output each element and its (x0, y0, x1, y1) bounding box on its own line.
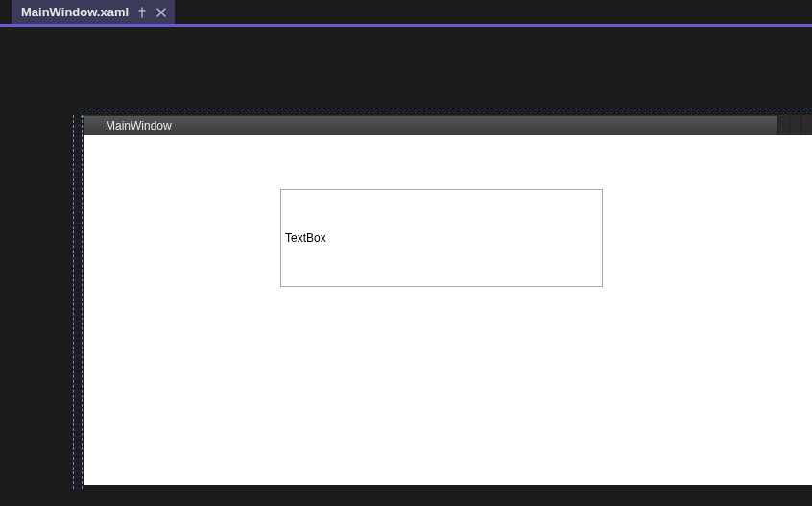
close-window-icon (800, 116, 812, 135)
textbox-control[interactable] (280, 189, 603, 287)
pin-icon[interactable] (136, 7, 148, 18)
maximize-icon (789, 116, 800, 135)
preview-window[interactable]: MainWindow (84, 115, 812, 485)
close-icon[interactable] (155, 7, 167, 18)
tab-gutter (0, 0, 12, 26)
document-tab-bar: MainWindow.xaml (0, 0, 812, 27)
xaml-designer-surface[interactable]: MainWindow (0, 27, 812, 506)
preview-titlebar: MainWindow (84, 116, 812, 135)
selection-guide-vertical (73, 115, 83, 489)
minimize-icon (777, 116, 789, 135)
document-tab[interactable]: MainWindow.xaml (12, 0, 175, 26)
preview-client-area[interactable] (84, 135, 812, 485)
tab-label: MainWindow.xaml (21, 5, 129, 19)
tab-bar-remainder (175, 0, 812, 26)
preview-window-title: MainWindow (106, 119, 172, 133)
window-buttons (777, 116, 812, 135)
